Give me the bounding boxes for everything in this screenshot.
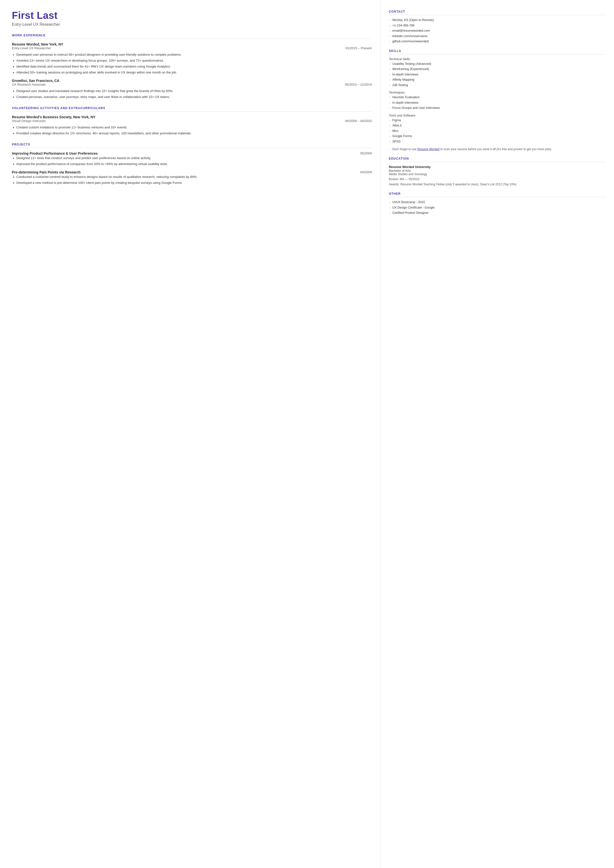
techniques-list: Heuristic Evaluation In-depth Interviews… [389, 95, 606, 110]
tool-3: Miro [389, 129, 606, 134]
job-header-1: Resume Worded, New York, NY [12, 42, 372, 46]
technique-1: Heuristic Evaluation [389, 95, 606, 100]
technique-2: In-depth Interviews [389, 101, 606, 105]
contact-divider [389, 15, 606, 15]
volunteer-role-1: Visual Design Instructor [12, 119, 46, 123]
project-header-2: Pre-determining Pain Points via Research… [12, 170, 372, 174]
promo-link[interactable]: Resume Worded [417, 148, 439, 151]
techniques-label: Techniques: [389, 91, 606, 94]
other-1: UI/UX Bootcamp - 2015 [389, 200, 606, 205]
skills-section: SKILLS Technical Skills: Usability Testi… [389, 49, 606, 152]
contact-section: CONTACT Wichita, KS (Open to Remote) +1-… [389, 10, 606, 44]
project-date-1: 05/2009 [360, 151, 372, 155]
skills-heading: SKILLS [389, 49, 606, 53]
project-block-1: Improving Product Performance & User Pre… [12, 151, 372, 166]
project-block-2: Pre-determining Pain Points via Research… [12, 170, 372, 185]
job-role-date-2: UX Research Associate 06/2010 – 12/2014 [12, 83, 372, 89]
job-header-2: Growthsi, San Francisco, CA [12, 79, 372, 83]
bullet-1-1: Developed user personas to instruct 66+ … [16, 53, 372, 57]
main-column: First Last Entry-Level UX Researcher WOR… [0, 0, 381, 868]
edu-awards: Awards: Resume Worded Teaching Fellow (o… [389, 182, 606, 186]
tool-1: Figma [389, 118, 606, 123]
volunteering-heading: VOLUNTEERING ACTIVITIES AND EXTRACURRICU… [12, 106, 372, 110]
tools-list: Figma Atlas.ti Miro Google Forms SPSS [389, 118, 606, 144]
applicant-name: First Last [12, 10, 372, 21]
tool-4: Google Forms [389, 134, 606, 138]
tool-2: Atlas.ti [389, 123, 606, 128]
other-2: UX Design Certificate - Google [389, 206, 606, 210]
contact-location: Wichita, KS (Open to Remote) [389, 18, 606, 23]
contact-github: github.com/resumeworded [389, 39, 606, 44]
skills-divider [389, 54, 606, 54]
other-3: Certified Product Designer [389, 211, 606, 215]
edu-field: Media Studies and Sociology [389, 172, 606, 176]
contact-phone: +1-234-456-789 [389, 23, 606, 28]
technique-3: Focus Groups and User Interviews [389, 106, 606, 110]
edu-degree: Bachelor of Arts [389, 169, 606, 172]
applicant-title: Entry-Level UX Researcher [12, 22, 372, 27]
other-list: UI/UX Bootcamp - 2015 UX Design Certific… [389, 200, 606, 215]
job-block-1: Resume Worded, New York, NY Entry-Level … [12, 42, 372, 75]
project-bullet-1-1: Designed 11+ tools that conduct surveys … [16, 156, 372, 161]
technical-skills-list: Usability Testing (Advanced) Wireframing… [389, 62, 606, 88]
promo-post: to scan your resume before you send it o… [439, 148, 551, 151]
skill-5: A/B Testing [389, 83, 606, 88]
volunteer-header-1: Resume Worded's Business Society, New Yo… [12, 115, 372, 119]
promo-pre: Don't forget to use [392, 148, 417, 151]
project-bullet-1-2: Improved the product performance of comp… [16, 162, 372, 166]
tool-5: SPSS [389, 140, 606, 144]
contact-heading: CONTACT [389, 10, 606, 13]
project-bullet-2-2: Developed a new method to pre-determine … [16, 181, 372, 185]
contact-linkedin: linkedin.com/in/username [389, 34, 606, 39]
job-date-2: 06/2010 – 12/2014 [345, 83, 372, 86]
volunteer-company-1: Resume Worded's Business Society, New Yo… [12, 115, 95, 119]
skill-2: Wireframing (Experienced) [389, 67, 606, 71]
project-title-1: Improving Product Performance & User Pre… [12, 151, 98, 155]
project-bullets-1: Designed 11+ tools that conduct surveys … [12, 156, 372, 166]
work-experience-divider [12, 39, 372, 39]
project-header-1: Improving Product Performance & User Pre… [12, 151, 372, 155]
education-divider [389, 162, 606, 162]
technical-skills-label: Technical Skills: [389, 57, 606, 61]
job-bullets-2: Designed user studies and translated res… [12, 89, 372, 99]
volunteer-role-date-1: Visual Design Instructor 06/2009 – 04/20… [12, 119, 372, 125]
work-experience-heading: WORK EXPERIENCE [12, 34, 372, 37]
project-bullet-2-1: Conducted a customer-centred study to en… [16, 175, 372, 179]
bullet-1-4: Attended 50+ training sessions on protot… [16, 70, 372, 75]
job-bullets-1: Developed user personas to instruct 66+ … [12, 53, 372, 75]
volunteering-divider [12, 111, 372, 112]
volunteer-date-1: 06/2009 – 04/2010 [345, 119, 372, 123]
project-title-2: Pre-determining Pain Points via Research [12, 170, 81, 174]
edu-school: Resume Worded University [389, 165, 606, 169]
bullet-2-1: Designed user studies and translated res… [16, 89, 372, 93]
volunteer-bullet-1-1: Created custom invitations to promote 11… [16, 125, 372, 130]
sidebar: CONTACT Wichita, KS (Open to Remote) +1-… [381, 0, 614, 868]
education-section: EDUCATION Resume Worded University Bache… [389, 157, 606, 186]
bullet-2-2: Created personas, scenarios, user journe… [16, 95, 372, 99]
bullet-1-2: Assisted 13+ senior UX researchers in de… [16, 58, 372, 63]
contact-list: Wichita, KS (Open to Remote) +1-234-456-… [389, 18, 606, 44]
job-role-1: Entry-Level UX Researcher [12, 46, 51, 50]
skill-4: Affinity Mapping [389, 78, 606, 82]
bullet-1-3: Identified data trends and summarized th… [16, 64, 372, 69]
other-heading: OTHER [389, 192, 606, 196]
volunteer-bullets-1: Created custom invitations to promote 11… [12, 125, 372, 136]
job-company-2: Growthsi, San Francisco, CA [12, 79, 59, 83]
job-date-1: 01/2015 – Present [346, 46, 372, 50]
job-role-date-1: Entry-Level UX Researcher 01/2015 – Pres… [12, 46, 372, 52]
skill-1: Usability Testing (Advanced) [389, 62, 606, 66]
project-bullets-2: Conducted a customer-centred study to en… [12, 175, 372, 185]
other-section: OTHER UI/UX Bootcamp - 2015 UX Design Ce… [389, 192, 606, 215]
projects-heading: PROJECTS [12, 143, 372, 146]
job-role-2: UX Research Associate [12, 83, 46, 86]
volunteer-block-1: Resume Worded's Business Society, New Yo… [12, 115, 372, 136]
job-company-1: Resume Worded, New York, NY [12, 42, 63, 46]
contact-email: email@resumeworded.com [389, 29, 606, 33]
skill-3: In-depth Interviews [389, 73, 606, 77]
project-date-2: 04/2009 [360, 170, 372, 174]
tools-label: Tools and Software: [389, 114, 606, 117]
edu-location-date: Boston, MA — 05/2010 [389, 177, 606, 181]
education-heading: EDUCATION [389, 157, 606, 160]
promo-text: Don't forget to use Resume Worded to sca… [389, 147, 606, 151]
volunteer-bullet-1-2: Provided creative design direction for 1… [16, 131, 372, 136]
